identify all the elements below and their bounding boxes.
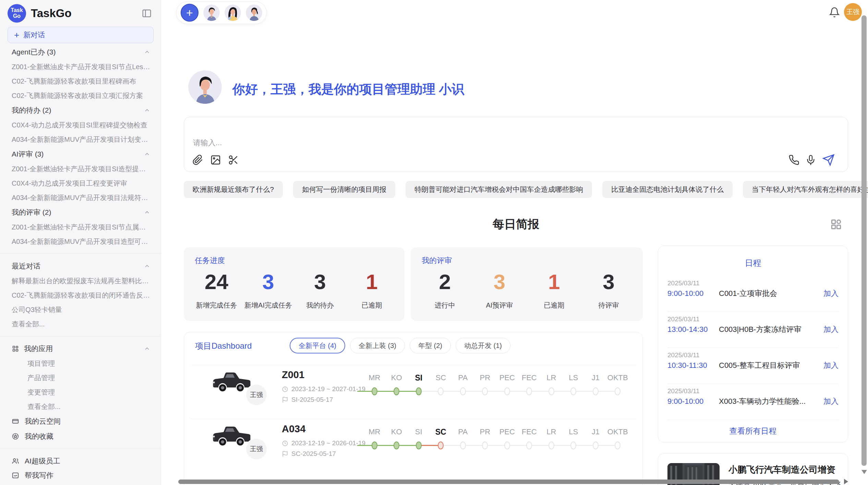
schedule-item: 2025/03/119:00-10:00C001-立项审批会加入 [667,276,839,312]
daily-brief-title: 每日简报 [184,216,848,232]
milestone-label: MR [363,427,386,437]
milestone-label: LR [540,373,563,383]
dashboard-tab[interactable]: 全新上装 (3) [350,338,405,353]
suggestion-chip[interactable]: 如何写一份清晰的项目周报 [293,181,395,198]
sidebar-section-header[interactable]: 最近对话 [0,259,161,274]
dashboard-tab[interactable]: 全新平台 (4) [290,338,345,353]
phone-call-icon[interactable] [788,154,799,165]
chat-input[interactable] [192,137,707,153]
sidebar-item[interactable]: Z001-全新燃油皮卡产品开发项目SI节点Lesson Learn报告 [0,60,161,74]
sidebar-item[interactable]: Z001-全新燃油轻卡产品开发项目SI节点属性5D文件评审 [0,220,161,234]
milestone-label: J1 [584,427,607,437]
suggestion-chip[interactable]: 特朗普可能对进口汽车增税会对中国车企造成哪些影响 [406,181,592,198]
send-icon[interactable] [822,154,835,166]
suggestion-chip[interactable]: 比亚迪全固态电池计划具体说了什么 [602,181,733,198]
sidebar-collapse-icon[interactable] [142,8,152,18]
join-link[interactable]: 加入 [823,288,839,299]
sidebar-item[interactable]: 项目管理 [0,356,161,371]
sidebar-item[interactable]: C02-飞腾新能源轻客改款项目里程碑画布 [0,74,161,88]
owner-badge: 王强 [245,438,267,460]
app-title: TaskGo [31,7,72,20]
sidebar-item[interactable]: Z001-全新燃油轻卡产品开发项目SI造型提交物评审 [0,162,161,176]
microphone-icon[interactable] [805,154,816,165]
sidebar-section-header[interactable]: AI评审 (3) [0,147,161,162]
sidebar-section-header[interactable]: 我的应用 [0,341,161,356]
task-progress-card: 任务进度 24新增完成任务3新增AI完成任务3我的待办1已逾期 [184,247,405,321]
vertical-scrollbar[interactable] [861,15,867,466]
stat-item: 1已逾期 [527,271,581,310]
scroll-right-arrow-icon[interactable] [844,479,848,484]
milestone-label: J1 [584,373,607,383]
milestone-track [363,387,629,395]
schedule-time: 10:30-11:30 [667,361,719,370]
flag-icon [282,397,288,403]
sidebar-item-writing[interactable]: 帮我写作 [0,468,161,483]
chevron-up-icon[interactable] [144,209,150,216]
agent-avatar-2[interactable] [225,4,241,21]
milestone-dot [482,442,488,449]
sidebar-item[interactable]: C02-飞腾新能源轻客改款项目的闭环通告反馈情况 [0,288,161,302]
user-avatar[interactable]: 王强 [844,3,862,21]
scissors-icon[interactable] [228,154,239,165]
join-link[interactable]: 加入 [823,360,839,371]
sidebar-item[interactable]: 公司Q3轻卡销量 [0,302,161,317]
sidebar-item[interactable]: C0X4-动力总成开发项目工程变更评审 [0,176,161,190]
sidebar-section-header[interactable]: 我的评审 (2) [0,205,161,220]
milestone-label: PEC [496,427,518,437]
sidebar-item[interactable]: 查看全部... [0,399,161,414]
sidebar-item-favorites[interactable]: 我的收藏 [0,429,161,444]
sidebar-item[interactable]: 查看全部... [0,317,161,331]
app-logo: Task Go [8,4,26,23]
suggestion-chip[interactable]: 当下年轻人对汽车外观有怎样的喜好趋势 [743,181,868,198]
suggestion-chip[interactable]: 欧洲新规最近颁布了什么? [184,181,283,198]
image-upload-icon[interactable] [210,154,221,165]
dashboard-tab[interactable]: 年型 (2) [410,338,451,353]
sidebar-item[interactable]: C0X4-动力总成开发项目SI里程碑提交物检查 [0,118,161,132]
sidebar-item-ai-staff[interactable]: AI超级员工 [0,454,161,468]
sidebar-item[interactable]: C02-飞腾新能源轻客改款项目立项汇报方案 [0,88,161,103]
join-link[interactable]: 加入 [823,396,839,407]
view-all-schedule-link[interactable]: 查看所有日程 [658,426,848,436]
flag-icon [282,451,288,457]
milestone-dot [504,442,510,449]
project-row[interactable]: 王强Z0012023-12-19 ~ 2027-01-19SI-2025-05-… [191,365,636,419]
chevron-up-icon[interactable] [144,263,150,270]
new-chat-button[interactable]: + 新对话 [8,27,154,43]
add-session-button[interactable]: + [181,4,198,22]
chevron-up-icon[interactable] [144,345,150,352]
schedule-card: 日程 2025/03/119:00-10:00C001-立项审批会加入2025/… [658,246,848,443]
layout-grid-icon[interactable] [830,218,843,231]
chevron-up-icon[interactable] [144,107,150,114]
sidebar-item[interactable]: 产品管理 [0,371,161,385]
sidebar-item[interactable]: 解释最新出台的欧盟报废车法规再生塑料比例被调至15%... [0,274,161,288]
milestone-dot [570,387,576,395]
sidebar-item[interactable]: A034-全新新能源MUV产品开发项目计划变更表编写 [0,132,161,147]
milestone-label: KO [386,427,408,437]
sidebar-item[interactable]: A034-全新新能源MUV产品开发项目造型可行性评审 [0,234,161,249]
milestone-label: LS [563,427,585,437]
agent-avatar-3[interactable] [246,4,262,21]
project-row[interactable]: 王强A0342023-12-19 ~ 2026-01-19SC-2025-05-… [191,419,636,473]
milestone-label: LS [563,373,585,383]
sidebar-item[interactable]: 变更管理 [0,385,161,399]
notification-bell-icon[interactable] [829,7,840,18]
attachment-icon[interactable] [192,154,203,165]
sidebar-item-drawing[interactable]: 创意制图 [0,483,161,485]
agent-avatar-1[interactable] [203,4,220,21]
dashboard-tabs: 全新平台 (4)全新上装 (3)年型 (2)动总开发 (1) [290,338,510,353]
stat-label: 新增完成任务 [191,301,242,310]
milestone-dot [416,442,422,449]
sidebar-item-cloud-space[interactable]: 我的云空间 [0,414,161,429]
chevron-up-icon[interactable] [144,151,150,158]
schedule-item: 2025/03/1113:00-14:30C003|H0B-方案冻结评审加入 [667,312,839,348]
join-link[interactable]: 加入 [823,324,839,335]
dashboard-tab[interactable]: 动总开发 (1) [456,338,510,353]
sidebar-item[interactable]: A034-全新新能源MUV产品开发项目法规符合性评审 [0,190,161,205]
horizontal-scrollbar[interactable] [178,480,839,484]
sidebar-section-header[interactable]: Agent已办 (3) [0,45,161,60]
chevron-up-icon[interactable] [144,49,150,55]
sidebar-section-header[interactable]: 我的待办 (2) [0,103,161,118]
scroll-down-arrow-icon[interactable] [861,470,867,474]
milestone-label: OKTB [607,427,629,437]
project-dates: 2023-12-19 ~ 2026-01-19 [291,439,365,447]
